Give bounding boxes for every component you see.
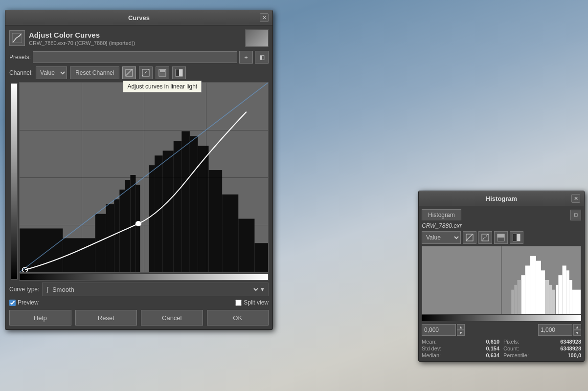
split-view-label: Split view	[244, 299, 269, 306]
histogram-dialog: Histogram ✕ Histogram ⊡ CRW_7880.exr Val…	[418, 191, 585, 362]
histogram-close-button[interactable]: ✕	[571, 194, 580, 203]
help-button[interactable]: Help	[9, 310, 71, 326]
histogram-expand-button[interactable]: ⊡	[570, 210, 581, 220]
median-value: 0,634	[486, 352, 499, 358]
mean-label: Mean:	[422, 339, 437, 345]
y-axis-gradient	[11, 83, 18, 280]
cancel-button[interactable]: Cancel	[141, 310, 203, 326]
dialog-header: Adjust Color Curves CRW_7880.exr-70 ([CR…	[9, 29, 269, 47]
count-label: Count:	[503, 346, 519, 351]
svg-rect-7	[160, 69, 165, 72]
histogram-background	[20, 83, 268, 272]
percentile-label: Percentile:	[503, 352, 529, 358]
hist-mode-4-button[interactable]	[510, 231, 523, 244]
histogram-channel-select[interactable]: Value Red Green Blue	[422, 231, 461, 244]
stat-stddev-row: Std dev: 0,154	[422, 346, 499, 351]
svg-rect-42	[513, 234, 517, 241]
presets-label: Presets:	[9, 54, 31, 61]
percentile-value: 100,0	[567, 352, 581, 358]
reference-line	[20, 83, 268, 272]
stat-percentile-row: Percentile: 100,0	[503, 352, 581, 358]
dialog-title-block: Adjust Color Curves CRW_7880.exr-70 ([CR…	[29, 31, 245, 46]
channel-select-group: Value Red Green Blue Alpha	[36, 66, 67, 79]
svg-rect-19	[136, 185, 140, 272]
svg-rect-48	[521, 275, 525, 314]
channel-select[interactable]: Value Red Green Blue Alpha	[36, 66, 67, 79]
add-preset-button[interactable]: ＋	[239, 51, 253, 64]
svg-rect-56	[511, 290, 514, 314]
action-buttons-row: Help Reset Cancel OK	[9, 310, 269, 326]
display-mode-2-button[interactable]	[172, 66, 186, 79]
histogram-filename: CRW_7880.exr	[422, 222, 581, 229]
mean-value: 0,610	[486, 339, 499, 345]
svg-rect-10	[179, 69, 182, 76]
histogram-body: Histogram ⊡ CRW_7880.exr Value Red Green…	[419, 206, 584, 361]
svg-rect-43	[517, 234, 520, 241]
histogram-max-down-button[interactable]: ▼	[573, 330, 581, 336]
split-view-checkbox[interactable]	[235, 300, 242, 306]
svg-rect-18	[130, 175, 136, 272]
stat-count-row: Count: 6348928	[503, 346, 581, 351]
ok-button[interactable]: OK	[207, 310, 269, 326]
curves-dialog: Curves ✕ Adjust Color Curves CRW_7880.ex…	[5, 10, 273, 330]
dialog-main-title: Adjust Color Curves	[29, 31, 245, 39]
median-label: Median:	[422, 352, 441, 358]
hist-mode-2-button[interactable]	[478, 231, 492, 244]
hist-mode-1-button[interactable]	[463, 231, 476, 244]
histogram-min-up-button[interactable]: ▲	[457, 324, 465, 330]
svg-rect-58	[517, 280, 521, 314]
histogram-tab-row: Histogram ⊡	[422, 209, 581, 220]
svg-rect-60	[558, 275, 562, 314]
histogram-tab[interactable]: Histogram	[422, 209, 461, 220]
histogram-min-input[interactable]	[422, 324, 456, 336]
linear-mode-button[interactable]: Adjust curves in linear light	[122, 66, 136, 79]
bottom-controls: Preview Split view	[9, 299, 269, 306]
svg-rect-50	[530, 256, 536, 314]
svg-rect-59	[556, 285, 558, 314]
stddev-value: 0,154	[486, 346, 499, 351]
svg-rect-40	[498, 234, 504, 238]
svg-rect-26	[198, 146, 208, 272]
svg-rect-6	[160, 73, 165, 76]
histogram-max-up-button[interactable]: ▲	[573, 324, 581, 330]
svg-rect-22	[163, 151, 174, 272]
svg-rect-11	[20, 228, 63, 272]
histogram-min-spinner: ▲ ▼	[457, 324, 465, 336]
histogram-max-input[interactable]	[538, 324, 572, 336]
svg-rect-14	[106, 204, 114, 272]
histogram-min-down-button[interactable]: ▼	[457, 330, 465, 336]
svg-rect-28	[222, 195, 238, 272]
reset-button[interactable]: Reset	[75, 310, 137, 326]
count-value: 6348928	[560, 346, 581, 351]
stat-pixels-row: Pixels: 6348928	[503, 339, 581, 345]
reset-channel-button[interactable]: Reset Channel	[70, 66, 119, 79]
manage-presets-button[interactable]: ◧	[255, 51, 269, 64]
curve-type-row: Curve type: ∫ Smooth Cubic Spline Linear…	[9, 282, 269, 296]
display-mode-1-button[interactable]	[156, 66, 169, 79]
svg-rect-61	[563, 265, 566, 314]
svg-line-4	[142, 69, 149, 76]
preview-label: Preview	[18, 299, 39, 306]
histogram-stats: Mean: 0,610 Pixels: 6348928 Std dev: 0,1…	[422, 339, 581, 358]
split-view-checkbox-row: Split view	[235, 299, 269, 306]
diagonal-mode-button[interactable]	[139, 66, 153, 79]
svg-rect-49	[525, 265, 530, 314]
x-axis-gradient	[19, 274, 269, 281]
histogram-input-row: ▲ ▼ ▲ ▼	[422, 324, 581, 336]
curves-titlebar: Curves ✕	[5, 10, 272, 25]
curves-close-button[interactable]: ✕	[260, 13, 269, 22]
histogram-dialog-title: Histogram	[431, 195, 571, 202]
presets-select-group	[33, 51, 237, 63]
svg-line-31	[20, 83, 268, 272]
svg-rect-52	[541, 270, 545, 314]
curve-canvas[interactable]	[19, 82, 269, 273]
curve-type-select[interactable]: Smooth Cubic Spline Linear	[50, 285, 260, 294]
preview-checkbox[interactable]	[9, 300, 16, 306]
svg-rect-29	[238, 219, 254, 272]
presets-select[interactable]	[33, 51, 237, 63]
svg-rect-27	[209, 170, 223, 272]
cursor-indicator[interactable]	[210, 174, 218, 182]
hist-mode-3-button[interactable]	[494, 231, 508, 244]
pixels-label: Pixels:	[503, 339, 519, 345]
svg-rect-13	[95, 214, 106, 272]
